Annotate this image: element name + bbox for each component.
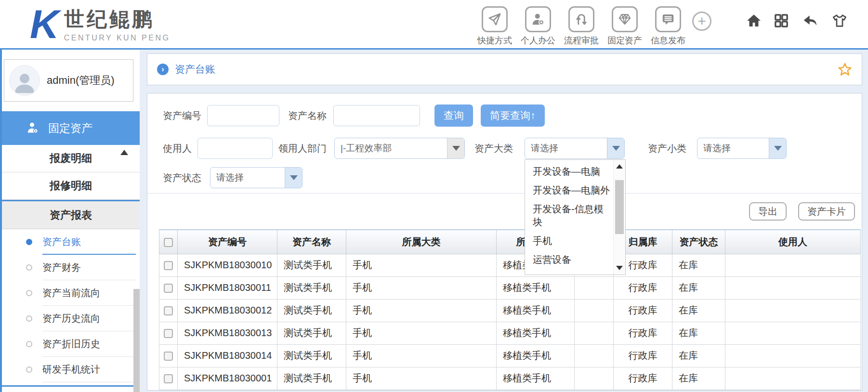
asset-card-button[interactable]: 资产卡片 (798, 202, 855, 221)
sidebar-report-item[interactable]: 资产历史流向 (2, 306, 140, 331)
t-shirt-icon[interactable] (831, 13, 848, 28)
subcategory-label: 资产小类 (648, 142, 686, 155)
row-checkbox[interactable] (164, 329, 173, 338)
sidebar-report-item[interactable]: 资产财务 (2, 255, 140, 280)
col-asset-status: 资产状态 (672, 230, 725, 254)
cell-asset-code: SJKPKMB18030012 (178, 299, 277, 322)
scroll-up-arrow-icon[interactable] (616, 164, 623, 169)
scrollbar-thumb[interactable] (615, 180, 624, 234)
department-select[interactable]: |-工程效率部 (334, 138, 465, 159)
sidebar-group-label: 资产报表 (50, 208, 92, 222)
row-checkbox[interactable] (164, 306, 173, 315)
search-button[interactable]: 查询 (434, 105, 473, 127)
status-label: 资产状态 (163, 171, 201, 184)
sidebar-section-fixed-assets[interactable]: 固定资产 (2, 111, 140, 145)
sidebar-scrollbar[interactable] (133, 289, 140, 392)
export-button[interactable]: 导出 (749, 202, 787, 221)
chevron-down-icon[interactable] (607, 138, 624, 158)
cell-user (725, 344, 861, 367)
col-user: 使用人 (725, 230, 861, 254)
cell-user (725, 367, 861, 390)
category-select[interactable]: 请选择 开发设备—电脑 开发设备—电脑外 开发设备- (525, 138, 625, 159)
page-title: 资产台账 (175, 63, 215, 76)
dropdown-scrollbar[interactable] (613, 160, 625, 274)
sidebar-section-label: 固定资产 (48, 121, 92, 136)
cell-user (725, 322, 861, 344)
table-row[interactable]: SJKPKMB18030010 测试类手机 手机 移植类手机 行政库 在库 (159, 254, 861, 276)
home-icon[interactable] (746, 13, 762, 28)
nav-label: 个人办公 (521, 35, 555, 46)
cell-asset-name: 测试类手机 (277, 254, 346, 276)
table-row[interactable]: SJKPKMB18030014 测试类手机 手机 移植类手机 行政库 在库 (159, 344, 861, 367)
radio-bullet-icon (26, 315, 32, 322)
cell-user (725, 276, 861, 299)
row-checkbox[interactable] (164, 284, 173, 293)
category-option[interactable]: 运营设备 (533, 253, 613, 266)
category-option[interactable]: 开发设备-信息模块 (533, 203, 613, 229)
table-row[interactable]: SJKPKMB18030011 测试类手机 手机 移植类手机 行政库 在库 (159, 276, 861, 299)
chevron-down-icon[interactable] (285, 168, 302, 188)
nav-item-workflow-approval[interactable]: 流程审批 (560, 6, 603, 46)
grid-apps-icon[interactable] (774, 13, 789, 28)
select-all-checkbox[interactable] (164, 238, 173, 247)
sidebar-report-item[interactable]: 资产折旧历史 (2, 331, 140, 357)
sidebar-report-item[interactable]: 资产当前流向 (2, 280, 140, 306)
row-checkbox[interactable] (164, 261, 173, 270)
cell-owning-library: 行政库 (614, 276, 672, 299)
sidebar-group-asset-reports[interactable]: 资产报表 (2, 201, 140, 229)
nav-item-personal-office[interactable]: 个人办公 (516, 6, 560, 46)
favorite-star-icon[interactable] (838, 62, 852, 77)
status-select-value: 请选择 (210, 171, 285, 184)
cell-asset-status: 在库 (672, 299, 725, 322)
cell-major-category: 手机 (346, 367, 497, 390)
asset-code-label: 资产编号 (163, 109, 201, 122)
table-row[interactable]: SJKPKMB18030001 测试类手机 手机 移植类手机 行政库 在库 (159, 367, 861, 390)
cell-owning-library: 行政库 (614, 322, 672, 344)
report-item-label: 资产财务 (42, 261, 81, 274)
sidebar-report-item[interactable]: 研发手机统计 (2, 357, 140, 382)
asset-code-input[interactable] (207, 105, 279, 126)
cell-owning-library: 行政库 (614, 299, 672, 322)
person-star-icon (525, 6, 551, 32)
cell-hidden (575, 344, 614, 367)
cell-major-category: 手机 (346, 344, 497, 367)
brief-search-button[interactable]: 简要查询↑ (481, 105, 545, 127)
cell-minor-category: 移植类手机 (497, 299, 575, 322)
row-checkbox[interactable] (164, 352, 173, 361)
nav-label: 流程审批 (564, 35, 599, 46)
scroll-down-arrow-icon[interactable] (616, 266, 623, 270)
send-arrow-icon (482, 6, 508, 32)
status-select[interactable]: 请选择 (210, 167, 302, 188)
nav-item-fixed-assets[interactable]: 固定资产 (603, 6, 646, 46)
category-option[interactable]: 手机 (533, 235, 613, 248)
category-select-value: 请选择 (525, 142, 607, 155)
row-checkbox[interactable] (164, 374, 173, 383)
scroll-up-arrow-icon[interactable] (120, 150, 128, 155)
nav-item-shortcuts[interactable]: 快捷方式 (473, 6, 516, 46)
table-row[interactable]: SJKPKMB18030012 测试类手机 手机 移植类手机 行政库 在库 (159, 299, 861, 322)
cell-major-category: 手机 (346, 276, 497, 299)
category-option[interactable]: 开发设备—电脑 (533, 165, 613, 178)
corner-icons (746, 13, 848, 28)
subcategory-select[interactable]: 请选择 (697, 138, 787, 159)
avatar (9, 65, 40, 96)
category-option[interactable]: 开发设备—电脑外 (533, 184, 613, 197)
nav-item-info-publish[interactable]: 信息发布 (646, 6, 690, 46)
add-shortcut-icon[interactable]: + (692, 12, 711, 31)
category-label: 资产大类 (474, 142, 513, 155)
chevron-down-icon[interactable] (769, 138, 786, 158)
cell-minor-category: 移植类手机 (497, 367, 575, 390)
chevron-down-icon[interactable] (447, 138, 464, 158)
asset-name-input[interactable] (333, 105, 420, 126)
table-row[interactable]: SJKPKMB18030013 测试类手机 手机 移植类手机 行政库 在库 (159, 322, 861, 344)
sidebar-item-scrap-detail[interactable]: 报废明细 (2, 145, 140, 172)
report-item-label: 研发手机统计 (42, 363, 100, 376)
top-header: K 世纪鲲鹏 CENTURY KUN PENG 快捷方式 个人办公 流程审批 (0, 0, 868, 50)
category-options: 开发设备—电脑 开发设备—电脑外 开发设备-信息模块 手机 运营设备 (525, 160, 613, 274)
back-undo-icon[interactable] (801, 13, 820, 28)
sidebar-report-item[interactable]: 资产台账 (2, 229, 140, 255)
u-turn-arrows-icon (568, 6, 594, 32)
category-dropdown-panel: 开发设备—电脑 开发设备—电脑外 开发设备-信息模块 手机 运营设备 (525, 159, 626, 275)
user-input[interactable] (197, 138, 273, 159)
sidebar-item-repair-detail[interactable]: 报修明细 (2, 172, 140, 200)
